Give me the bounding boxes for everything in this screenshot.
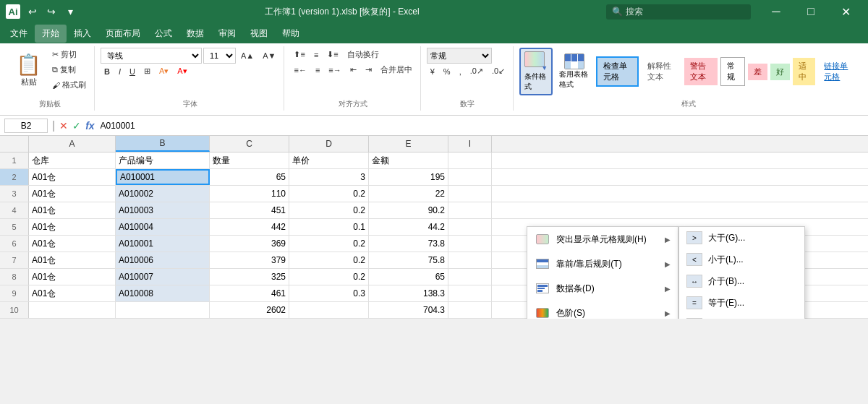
confirm-formula-button[interactable]: ✓ xyxy=(72,120,81,132)
normal-style-button[interactable]: 常规 xyxy=(720,57,744,86)
increase-font-button[interactable]: A▲ xyxy=(237,50,258,61)
cell-e10[interactable]: 704.3 xyxy=(369,302,448,318)
underline-button[interactable]: U xyxy=(126,66,139,77)
outdent-button[interactable]: ⇥ xyxy=(362,64,375,76)
cell-extra-7[interactable] xyxy=(448,252,492,268)
menu-formula[interactable]: 公式 xyxy=(148,25,179,43)
search-bar[interactable]: 🔍 搜索 xyxy=(606,4,751,20)
format-painter-button[interactable]: 🖌 格式刷 xyxy=(48,78,90,92)
cell-c9[interactable]: 461 xyxy=(210,285,289,301)
cell-d8[interactable]: 0.2 xyxy=(289,269,369,285)
restore-button[interactable]: □ xyxy=(794,0,827,23)
col-header-c[interactable]: C xyxy=(210,136,289,152)
cell-e2[interactable]: 195 xyxy=(369,169,448,185)
cell-c5[interactable]: 442 xyxy=(210,219,289,235)
cell-a4[interactable]: A01仓 xyxy=(29,202,116,218)
cell-c1[interactable]: 数量 xyxy=(210,152,289,168)
highlight-rules-menu-item[interactable]: 突出显示单元格规则(H) xyxy=(527,227,678,252)
cell-extra-3[interactable] xyxy=(448,186,492,202)
cell-extra-8[interactable] xyxy=(448,269,492,285)
cell-e6[interactable]: 73.8 xyxy=(369,236,448,252)
cell-a7[interactable]: A01仓 xyxy=(29,252,116,268)
menu-view[interactable]: 视图 xyxy=(243,25,275,43)
cell-e8[interactable]: 65 xyxy=(369,269,448,285)
between-item[interactable]: ↔ 介于(B)... xyxy=(679,270,804,292)
col-header-a[interactable]: A xyxy=(29,136,116,152)
increase-decimal-button[interactable]: .0↗ xyxy=(467,65,487,77)
cell-b9[interactable]: A010008 xyxy=(116,285,210,301)
text-contains-item[interactable]: ab 文本包含(T)... xyxy=(679,314,804,319)
top-bottom-menu-item[interactable]: 靠前/靠后规则(T) xyxy=(527,252,678,276)
cell-extra-1[interactable] xyxy=(448,152,492,168)
align-right-button[interactable]: ≡→ xyxy=(325,64,344,76)
close-button[interactable]: ✕ xyxy=(829,0,862,23)
align-center-button[interactable]: ≡ xyxy=(312,64,323,76)
cell-extra-10[interactable] xyxy=(448,302,492,318)
conditional-format-button[interactable]: ▼ 条件格式 xyxy=(519,48,553,95)
cell-extra-9[interactable] xyxy=(448,285,492,301)
cell-d7[interactable]: 0.2 xyxy=(289,252,369,268)
font-size-select[interactable]: 11 xyxy=(203,48,236,64)
number-format-select[interactable]: 常规 xyxy=(427,48,492,64)
paste-button[interactable]: 📋 粘贴 xyxy=(10,51,47,90)
cell-b1[interactable]: 产品编号 xyxy=(116,152,210,168)
cell-b6[interactable]: A010001 xyxy=(116,236,210,252)
cell-extra-5[interactable] xyxy=(448,219,492,235)
cell-a2[interactable]: A01仓 xyxy=(29,169,116,185)
percent-button[interactable]: % xyxy=(440,66,454,77)
bold-button[interactable]: B xyxy=(101,66,114,77)
redo-button[interactable]: ↪ xyxy=(43,4,59,20)
cell-a5[interactable]: A01仓 xyxy=(29,219,116,235)
menu-data[interactable]: 数据 xyxy=(179,25,211,43)
italic-button[interactable]: I xyxy=(115,66,124,77)
cell-d6[interactable]: 0.2 xyxy=(289,236,369,252)
cell-e7[interactable]: 75.8 xyxy=(369,252,448,268)
formula-input[interactable] xyxy=(98,121,864,131)
cell-extra-4[interactable] xyxy=(448,202,492,218)
wrap-text-button[interactable]: 自动换行 xyxy=(344,48,383,61)
cell-e1[interactable]: 金额 xyxy=(369,152,448,168)
cell-c6[interactable]: 369 xyxy=(210,236,289,252)
cell-a3[interactable]: A01仓 xyxy=(29,186,116,202)
cell-a1[interactable]: 仓库 xyxy=(29,152,116,168)
align-top-button[interactable]: ⬆≡ xyxy=(290,48,308,61)
col-header-d[interactable]: D xyxy=(289,136,369,152)
align-middle-button[interactable]: ≡ xyxy=(310,49,322,61)
cell-d9[interactable]: 0.3 xyxy=(289,285,369,301)
cell-a8[interactable]: A01仓 xyxy=(29,269,116,285)
cell-e9[interactable]: 138.3 xyxy=(369,285,448,301)
indent-button[interactable]: ⇤ xyxy=(346,64,360,76)
cell-d2[interactable]: 3 xyxy=(289,169,369,185)
copy-button[interactable]: ⧉ 复制 xyxy=(48,63,90,77)
less-than-item[interactable]: < 小于(L)... xyxy=(679,249,804,270)
cell-c4[interactable]: 451 xyxy=(210,202,289,218)
cell-e4[interactable]: 90.2 xyxy=(369,202,448,218)
align-left-button[interactable]: ≡← xyxy=(290,64,310,76)
cell-d4[interactable]: 0.2 xyxy=(289,202,369,218)
cell-b5[interactable]: A010004 xyxy=(116,219,210,235)
cell-b3[interactable]: A010002 xyxy=(116,186,210,202)
databar-menu-item[interactable]: 数据条(D) xyxy=(527,276,678,301)
decrease-decimal-button[interactable]: .0↙ xyxy=(488,65,509,77)
customize-qat[interactable]: ▾ xyxy=(62,4,78,20)
cut-button[interactable]: ✂ 剪切 xyxy=(48,48,90,61)
col-header-e[interactable]: E xyxy=(369,136,448,152)
cell-b4[interactable]: A010003 xyxy=(116,202,210,218)
menu-help[interactable]: 帮助 xyxy=(275,25,307,43)
menu-file[interactable]: 文件 xyxy=(3,25,35,43)
cell-e3[interactable]: 22 xyxy=(369,186,448,202)
cell-d1[interactable]: 单价 xyxy=(289,152,369,168)
cell-extra-2[interactable] xyxy=(448,169,492,185)
cell-c8[interactable]: 325 xyxy=(210,269,289,285)
cell-reference-input[interactable]: B2 xyxy=(4,119,48,133)
cell-e5[interactable]: 44.2 xyxy=(369,219,448,235)
explain-text-button[interactable]: 解释性文本 xyxy=(642,58,681,85)
cell-c3[interactable]: 110 xyxy=(210,186,289,202)
cell-a10[interactable] xyxy=(29,302,116,318)
font-color-button[interactable]: A▾ xyxy=(174,65,190,77)
comma-button[interactable]: , xyxy=(456,66,465,77)
cell-a9[interactable]: A01仓 xyxy=(29,285,116,301)
merge-center-button[interactable]: 合并居中 xyxy=(377,63,416,77)
insert-function-button[interactable]: fx xyxy=(85,120,94,132)
cell-c2[interactable]: 65 xyxy=(210,169,289,185)
